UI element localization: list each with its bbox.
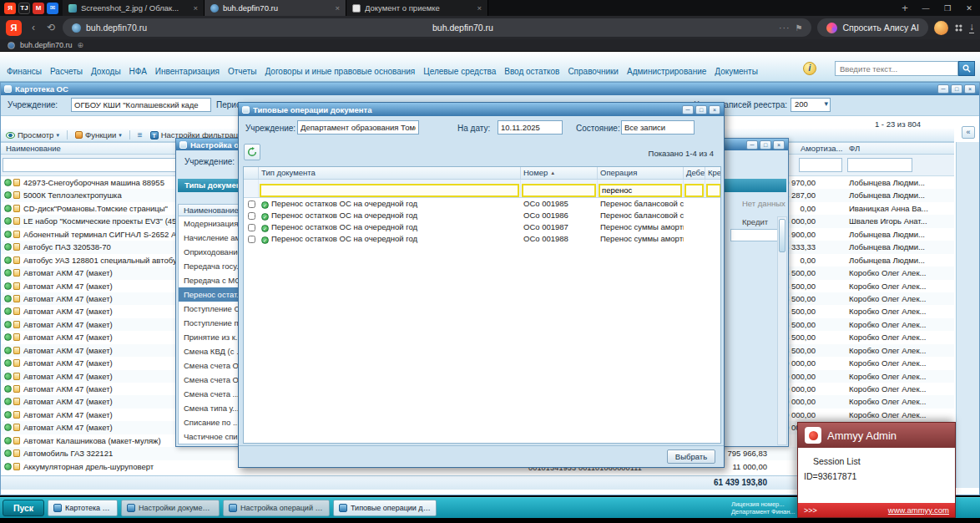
- minimize-icon[interactable]: [746, 140, 758, 150]
- taskbar-window-button[interactable]: Картотека ОС: [48, 500, 118, 516]
- column-amortization[interactable]: Амортиза...: [801, 144, 842, 153]
- card-icon[interactable]: [13, 449, 20, 457]
- view-row-icon[interactable]: [4, 347, 12, 354]
- search-button[interactable]: [958, 61, 975, 76]
- start-button[interactable]: Пуск: [3, 500, 44, 516]
- card-icon[interactable]: [13, 359, 20, 367]
- add-bookmark-icon[interactable]: [78, 41, 84, 49]
- row-checkbox[interactable]: [248, 236, 255, 243]
- menu-item[interactable]: Отчеты: [228, 67, 257, 76]
- restore-icon[interactable]: ❒: [937, 4, 958, 13]
- more-icon[interactable]: ···: [779, 23, 791, 33]
- dialog-titlebar[interactable]: Типовые операции документа: [239, 103, 724, 116]
- alice-button[interactable]: Спросить Алису AI: [817, 18, 928, 37]
- maximize-icon[interactable]: [760, 140, 771, 150]
- card-icon[interactable]: [13, 217, 20, 225]
- close-icon[interactable]: ✕: [958, 4, 980, 13]
- column-number[interactable]: Номер: [521, 167, 598, 179]
- view-row-icon[interactable]: [4, 321, 12, 328]
- view-row-icon[interactable]: [4, 179, 12, 186]
- column-doc-type[interactable]: Тип документа: [259, 167, 521, 179]
- card-icon[interactable]: [13, 307, 20, 315]
- operation-filter-input[interactable]: [599, 184, 682, 197]
- menu-item[interactable]: Финансы: [7, 67, 42, 76]
- menu-item[interactable]: Ввод остатков: [504, 67, 559, 76]
- global-search-input[interactable]: [835, 61, 958, 76]
- column-credit[interactable]: Кре...: [705, 167, 721, 179]
- card-icon[interactable]: [13, 463, 20, 470]
- row-checkbox[interactable]: [248, 224, 255, 231]
- view-row-icon[interactable]: [4, 373, 12, 380]
- menu-item[interactable]: Справочники: [568, 67, 619, 76]
- refresh-button[interactable]: [244, 144, 260, 160]
- back-icon[interactable]: ‹: [28, 22, 39, 33]
- browser-tab[interactable]: buh.depfin70.ru: [205, 0, 346, 16]
- view-row-icon[interactable]: [4, 307, 12, 315]
- view-row-icon[interactable]: [4, 256, 12, 264]
- menu-item[interactable]: Расчеты: [50, 67, 83, 76]
- menu-item[interactable]: Администрирование: [627, 67, 706, 76]
- view-row-icon[interactable]: [4, 191, 12, 199]
- menu-item[interactable]: Целевые средства: [423, 67, 496, 76]
- taskbar-window-button[interactable]: Типовые операции докум...: [333, 500, 437, 516]
- card-icon[interactable]: [13, 333, 20, 341]
- reload-icon[interactable]: ⟲: [45, 22, 57, 33]
- operation-row[interactable]: Перенос остатков ОС на очередной год ОСо…: [244, 210, 720, 221]
- card-icon[interactable]: [13, 385, 20, 393]
- tab-close-icon[interactable]: [335, 3, 340, 13]
- scrollbar[interactable]: [777, 216, 787, 445]
- menu-item[interactable]: Договоры и иные правовые основания: [265, 67, 415, 76]
- operation-row[interactable]: Перенос остатков ОС на очередной год ОСо…: [244, 233, 720, 245]
- column-name[interactable]: Наименование: [6, 144, 61, 153]
- profile-avatar[interactable]: [934, 21, 948, 35]
- pinned-tab-icon[interactable]: М: [33, 3, 44, 14]
- column-operation[interactable]: Операция: [598, 167, 684, 179]
- ammyy-admin-window[interactable]: Ammyy Admin Session List ID=93617871 >>>…: [797, 422, 956, 518]
- card-icon[interactable]: [13, 269, 20, 277]
- extensions-icon[interactable]: [954, 23, 963, 33]
- debit-filter-input[interactable]: [684, 184, 704, 197]
- view-row-icon[interactable]: [4, 243, 12, 251]
- view-row-icon[interactable]: [4, 295, 12, 302]
- operation-row[interactable]: Перенос остатков ОС на очередной год ОСо…: [244, 221, 720, 233]
- menu-item[interactable]: Инвентаризация: [155, 67, 220, 76]
- pinned-tab-icon[interactable]: TJ: [18, 3, 30, 14]
- url-text[interactable]: buh.depfin70.ru: [152, 23, 774, 33]
- downloads-icon[interactable]: ↓: [969, 23, 974, 33]
- functions-button[interactable]: Функции: [75, 130, 122, 140]
- institution-input[interactable]: [297, 120, 419, 135]
- view-row-icon[interactable]: [4, 449, 12, 457]
- card-icon[interactable]: [13, 256, 20, 264]
- credit-filter-input[interactable]: [706, 184, 721, 197]
- view-row-icon[interactable]: [4, 398, 12, 405]
- minimize-icon[interactable]: [937, 84, 949, 94]
- maximize-icon[interactable]: [951, 84, 962, 94]
- view-row-icon[interactable]: [4, 282, 12, 290]
- card-icon[interactable]: [13, 282, 20, 290]
- taskbar-window-button[interactable]: Настройка операций по доку...: [223, 500, 330, 516]
- bookmark-item[interactable]: buh.depfin70.ru: [20, 41, 73, 49]
- menu-item[interactable]: Доходы: [91, 67, 121, 76]
- institution-input[interactable]: [71, 98, 211, 112]
- right-scroll-strip[interactable]: [956, 142, 979, 488]
- kartoteka-titlebar[interactable]: Картотека ОС: [1, 83, 979, 95]
- fl-filter-input[interactable]: [847, 158, 912, 172]
- doc-type-filter-input[interactable]: [260, 184, 519, 197]
- pinned-tab-icon[interactable]: ✉: [47, 3, 58, 14]
- ammyy-titlebar[interactable]: Ammyy Admin: [798, 423, 955, 448]
- card-icon[interactable]: [13, 437, 20, 444]
- card-icon[interactable]: [13, 424, 20, 431]
- card-icon[interactable]: [13, 231, 20, 238]
- number-filter-input[interactable]: [522, 184, 596, 197]
- menu-icon[interactable]: [138, 130, 143, 140]
- view-row-icon[interactable]: [4, 333, 12, 341]
- bookmark-flag-icon[interactable]: [795, 23, 802, 33]
- expand-arrows[interactable]: >>>: [804, 506, 817, 515]
- registry-count-select[interactable]: 200: [791, 98, 831, 112]
- pinned-tab-icon[interactable]: Я: [4, 3, 16, 14]
- view-row-icon[interactable]: [4, 359, 12, 367]
- card-icon[interactable]: [13, 295, 20, 302]
- credit-field[interactable]: [730, 229, 782, 241]
- card-icon[interactable]: [13, 243, 20, 251]
- new-tab-button[interactable]: [895, 0, 915, 16]
